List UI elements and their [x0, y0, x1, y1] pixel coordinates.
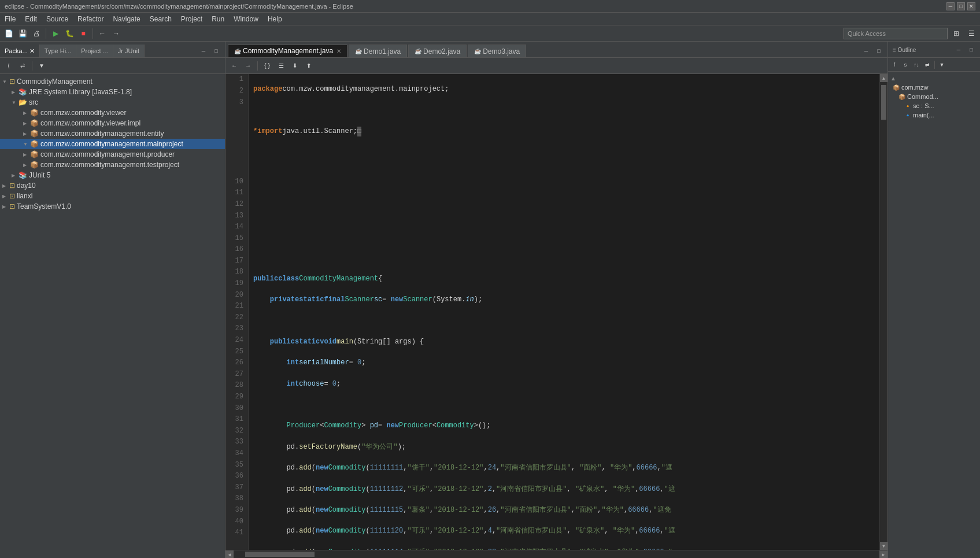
arrow-viewer: ▶ [23, 110, 30, 116]
link-button[interactable]: ⇌ [922, 60, 933, 70]
tree-item-mainproject[interactable]: ▼ 📦 com.mzw.commoditymanagement.mainproj… [0, 139, 225, 149]
main-toolbar: 📄 💾 🖨 ▶ 🐛 ■ ← → Quick Access ⊞ ☰ [0, 25, 980, 42]
maximize-button[interactable]: □ [957, 2, 965, 10]
junit-icon: 📚 [19, 171, 27, 179]
scroll-right-button[interactable]: ► [879, 550, 887, 558]
menu-item-search[interactable]: Search [145, 13, 176, 25]
right-minimize-button[interactable]: ─ [952, 43, 965, 56]
tree-item-viewer[interactable]: ▶ 📦 com.mzw.commodity.viewer [0, 108, 225, 118]
pkg-icon-viewer-impl: 📦 [30, 119, 39, 127]
print-button[interactable]: 🖨 [30, 27, 43, 40]
project-icon: ⊡ [9, 77, 15, 86]
left-sidebar: Packa... ✕ Type Hi... Project ... Jr JUn… [0, 42, 225, 558]
editor-tabs: ☕ CommodityManagement.java ✕ ☕ Demo1.jav… [225, 42, 887, 58]
tree-item-day10[interactable]: ▶ ⊡ day10 [0, 180, 225, 191]
menu-item-refactor[interactable]: Refactor [73, 13, 108, 25]
right-tree-commodity[interactable]: 📦 Commod... [890, 92, 978, 101]
window-controls[interactable]: ─ □ ✕ [946, 2, 975, 10]
tab-demo2[interactable]: ☕ Demo2.java [408, 45, 467, 57]
horizontal-scrollbar[interactable]: ◄ ► [225, 550, 887, 558]
annotation-up-button[interactable]: ⬆ [302, 60, 315, 72]
scroll-thumb[interactable] [881, 85, 886, 120]
scroll-down-button[interactable]: ▼ [880, 542, 887, 550]
open-perspective-button[interactable]: ☰ [965, 27, 978, 40]
right-panel-tabs: ≡ Outline ─ □ [888, 42, 980, 58]
lianxi-icon: ⊡ [9, 192, 15, 200]
sort-button[interactable]: ↑↓ [911, 60, 922, 70]
h-scroll-track [234, 550, 879, 558]
tab-demo3[interactable]: ☕ Demo3.java [468, 45, 526, 57]
menu-item-file[interactable]: File [0, 13, 20, 25]
back-editor-button[interactable]: ← [228, 60, 241, 72]
outline-tab[interactable]: ≡ Outline [888, 42, 920, 58]
line-18: pd.setFactoryName("华为公司"); [253, 441, 875, 453]
tree-item-junit[interactable]: ▶ 📚 JUnit 5 [0, 170, 225, 180]
hide-static-button[interactable]: s [900, 60, 911, 70]
tree-item-jre[interactable]: ▶ 📚 JRE System Library [JavaSE-1.8] [0, 87, 225, 97]
tab-commodity-management[interactable]: ☕ CommodityManagement.java ✕ [228, 45, 347, 57]
menu-item-navigate[interactable]: Navigate [108, 13, 145, 25]
line-11: private static final Scanner sc = new Sc… [253, 294, 875, 306]
save-button[interactable]: 💾 [16, 27, 29, 40]
tab-demo1[interactable]: ☕ Demo1.java [349, 45, 407, 57]
collapse-right-button[interactable]: ▼ [937, 60, 947, 70]
view-button[interactable]: ☰ [275, 60, 287, 72]
tab-type-hierarchy[interactable]: Type Hi... [40, 45, 76, 57]
forward-button[interactable]: → [110, 27, 123, 40]
collapse-all-button[interactable]: ⟨ [2, 60, 15, 72]
tree-item-entity[interactable]: ▶ 📦 com.mzw.commoditymanagement.entity [0, 128, 225, 139]
tree-item-commodity-mgmt[interactable]: ▼ ⊡ CommodityManagement [0, 76, 225, 87]
h-scroll-thumb[interactable] [245, 552, 315, 557]
tree-item-lianxi[interactable]: ▶ ⊡ lianxi [0, 191, 225, 201]
side-tabs-row: Packa... ✕ Type Hi... Project ... Jr JUn… [0, 42, 225, 58]
menu-item-help[interactable]: Help [263, 13, 287, 25]
minimize-editor-button[interactable]: ─ [860, 45, 872, 57]
quick-access-input[interactable]: Quick Access [844, 28, 948, 39]
maximize-panel-button[interactable]: □ [210, 45, 223, 57]
new-button[interactable]: 📄 [2, 27, 15, 40]
forward-editor-button[interactable]: → [242, 60, 254, 72]
perspectives-button[interactable]: ⊞ [950, 27, 963, 40]
tree-item-testproject[interactable]: ▶ 📦 com.mzw.commoditymanagement.testproj… [0, 160, 225, 170]
menu-item-project[interactable]: Project [176, 13, 207, 25]
tab-close-commodity[interactable]: ✕ [336, 48, 341, 54]
tree-item-producer[interactable]: ▶ 📦 com.mzw.commoditymanagement.producer [0, 149, 225, 160]
minimize-button[interactable]: ─ [946, 2, 955, 10]
back-button[interactable]: ← [96, 27, 109, 40]
tree-item-viewer-impl[interactable]: ▶ 📦 com.mzw.commodity.viewer.impl [0, 118, 225, 128]
code-editor[interactable]: package com.mzw.commoditymanagement.main… [249, 74, 879, 550]
link-with-editor-button[interactable]: ⇌ [16, 60, 29, 72]
vertical-scrollbar[interactable]: ▲ ▼ [879, 74, 887, 550]
line-21: pd.add(new Commodity(11111115,"薯条","2018… [253, 505, 875, 516]
maximize-editor-button[interactable]: □ [872, 45, 885, 57]
menu-item-edit[interactable]: Edit [20, 13, 42, 25]
tree-item-teamsystem[interactable]: ▶ ⊡ TeamSystemV1.0 [0, 201, 225, 212]
right-tree-sc[interactable]: 🔸 sc : S... [890, 101, 978, 110]
menu-item-source[interactable]: Source [42, 13, 73, 25]
tree-item-src[interactable]: ▼ 📂 src [0, 97, 225, 108]
show-source-button[interactable]: { } [261, 60, 273, 72]
stop-button[interactable]: ■ [77, 27, 90, 40]
right-panel-controls: ─ □ [950, 42, 980, 57]
menu-item-run[interactable]: Run [207, 13, 229, 25]
close-button[interactable]: ✕ [967, 2, 975, 10]
label-commodity-mgmt: CommodityManagement [17, 77, 93, 86]
right-tree-main[interactable]: 🔹 main(... [890, 110, 978, 120]
minimize-panel-button[interactable]: ─ [197, 45, 210, 57]
menu-item-window[interactable]: Window [229, 13, 263, 25]
line-8 [253, 231, 875, 243]
right-tree-com-mzw[interactable]: 📦 com.mzw [890, 83, 978, 92]
view-menu-button[interactable]: ▼ [35, 60, 48, 72]
run-button[interactable]: ▶ [49, 27, 62, 40]
scroll-left-button[interactable]: ◄ [225, 550, 234, 558]
debug-button[interactable]: 🐛 [63, 27, 76, 40]
annotation-button[interactable]: ⬇ [289, 60, 301, 72]
hide-fields-button[interactable]: f [889, 60, 900, 70]
label-junit: JUnit 5 [29, 171, 50, 179]
tab-package-explorer[interactable]: Packa... ✕ [0, 45, 40, 57]
src-icon: 📂 [19, 98, 27, 106]
tab-junit[interactable]: Jr JUnit [113, 45, 145, 57]
scroll-up-button[interactable]: ▲ [880, 74, 887, 82]
tab-project[interactable]: Project ... [76, 45, 113, 57]
right-maximize-button[interactable]: □ [965, 43, 978, 56]
